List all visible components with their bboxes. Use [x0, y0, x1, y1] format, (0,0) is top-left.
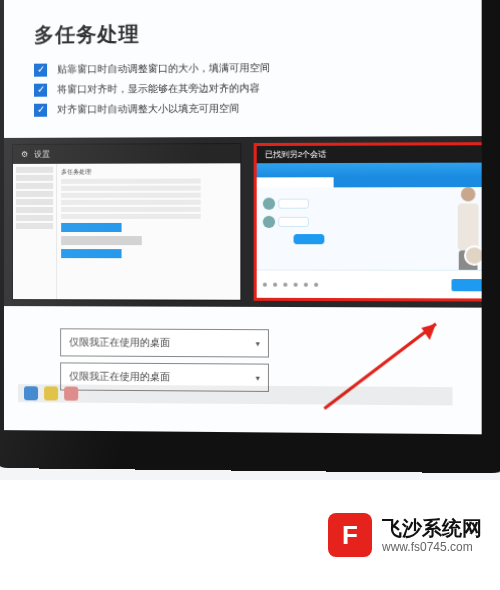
- snap-right-body: [257, 163, 482, 299]
- chat-bubble-sent: [294, 234, 325, 244]
- mini-blue-line: [61, 179, 201, 184]
- watermark-url: www.fs0745.com: [382, 540, 482, 554]
- svg-marker-1: [421, 324, 436, 340]
- settings-page: 多任务处理 ✓ 贴靠窗口时自动调整窗口的大小，填满可用空间 ✓ 将窗口对齐时，显…: [4, 0, 482, 151]
- mini-heading: 多任务处理: [61, 167, 236, 176]
- chevron-down-icon: ▾: [256, 339, 260, 348]
- avatar-icon: [263, 216, 275, 228]
- mini-toggle-on: [61, 249, 121, 258]
- snap-left-title-text: 设置: [34, 149, 50, 160]
- chat-toolbar: [257, 269, 482, 298]
- mini-main-panel: 多任务处理: [57, 163, 240, 299]
- snap-right-window[interactable]: 已找到另2个会话: [254, 142, 482, 301]
- send-button[interactable]: [451, 278, 481, 290]
- option-row-2[interactable]: ✓ 将窗口对齐时，显示能够在其旁边对齐的内容: [34, 80, 450, 97]
- option-row-3[interactable]: ✓ 对齐窗口时自动调整大小以填充可用空间: [34, 100, 450, 116]
- dropdown-1[interactable]: 仅限我正在使用的桌面 ▾: [60, 328, 269, 357]
- option-3-label: 对齐窗口时自动调整大小以填充可用空间: [57, 102, 239, 117]
- gear-icon: ⚙: [21, 150, 28, 159]
- chevron-down-icon: ▾: [256, 373, 260, 382]
- monitor-frame: 多任务处理 ✓ 贴靠窗口时自动调整窗口的大小，填满可用空间 ✓ 将窗口对齐时，显…: [0, 0, 500, 473]
- screen-area: 多任务处理 ✓ 贴靠窗口时自动调整窗口的大小，填满可用空间 ✓ 将窗口对齐时，显…: [4, 0, 482, 434]
- checkbox-icon[interactable]: ✓: [34, 83, 47, 96]
- chat-tool-icons: [263, 282, 318, 286]
- snap-right-titlebar: 已找到另2个会话: [257, 145, 482, 163]
- watermark-title: 飞沙系统网: [382, 516, 482, 540]
- mini-avatar-icon: [464, 245, 482, 265]
- taskbar[interactable]: [18, 384, 453, 405]
- chat-header-bar: [257, 163, 482, 178]
- watermark-strip: F 飞沙系统网 www.fs0745.com: [0, 480, 500, 590]
- taskbar-icon[interactable]: [44, 386, 58, 400]
- chat-bubble: [278, 199, 309, 209]
- option-row-1[interactable]: ✓ 贴靠窗口时自动调整窗口的大小，填满可用空间: [34, 60, 450, 77]
- chat-bubble: [278, 217, 309, 227]
- chat-tabs: [257, 177, 482, 188]
- mini-sidebar: [13, 164, 57, 299]
- option-1-label: 贴靠窗口时自动调整窗口的大小，填满可用空间: [57, 61, 270, 77]
- watermark-text-block: 飞沙系统网 www.fs0745.com: [382, 516, 482, 554]
- taskbar-icon[interactable]: [24, 386, 38, 400]
- taskbar-icon[interactable]: [64, 387, 78, 401]
- mini-toggle-off: [61, 236, 142, 245]
- dropdown-2-value: 仅限我正在使用的桌面: [69, 369, 170, 384]
- mini-toggle-on: [61, 223, 121, 232]
- option-2-label: 将窗口对齐时，显示能够在其旁边对齐的内容: [57, 81, 260, 96]
- snap-left-window[interactable]: ⚙ 设置 多任务处理: [12, 143, 241, 301]
- dropdown-1-value: 仅限我正在使用的桌面: [69, 335, 170, 350]
- checkbox-icon[interactable]: ✓: [34, 63, 47, 76]
- chat-message-list: [263, 198, 325, 245]
- page-title: 多任务处理: [34, 18, 450, 49]
- snap-left-body: 多任务处理: [13, 163, 240, 299]
- checkbox-icon[interactable]: ✓: [34, 103, 47, 116]
- avatar-icon: [263, 198, 275, 210]
- snap-assist-overlay: ⚙ 设置 多任务处理: [4, 136, 482, 308]
- snap-left-titlebar: ⚙ 设置: [13, 144, 240, 164]
- watermark-logo: F: [328, 513, 372, 557]
